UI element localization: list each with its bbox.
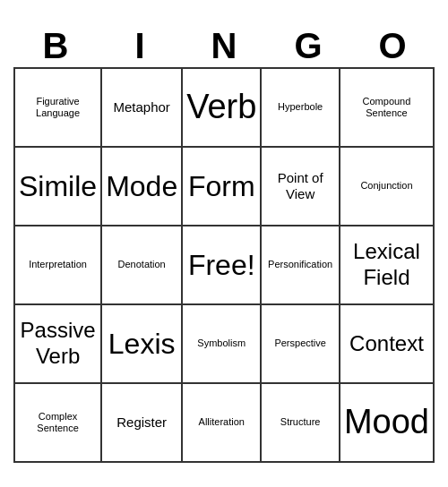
cell-text-6: Mode <box>106 169 177 203</box>
cell-text-12: Free! <box>188 248 255 282</box>
bingo-cell-20[interactable]: Complex Sentence <box>15 384 102 463</box>
bingo-cell-9[interactable]: Conjunction <box>340 148 435 226</box>
bingo-cell-8[interactable]: Point of View <box>262 148 340 226</box>
bingo-cell-13[interactable]: Personification <box>262 226 340 305</box>
cell-text-1: Metaphor <box>113 99 169 115</box>
cell-text-3: Hyperbole <box>278 101 323 113</box>
cell-text-10: Interpretation <box>29 259 87 270</box>
header-letter-n: N <box>182 24 266 67</box>
cell-text-2: Verb <box>186 87 256 128</box>
bingo-card: BINGO Figurative LanguageMetaphorVerbHyp… <box>13 24 435 463</box>
bingo-cell-23[interactable]: Structure <box>262 384 340 463</box>
bingo-cell-12[interactable]: Free! <box>183 226 262 305</box>
cell-text-20: Complex Sentence <box>19 411 97 434</box>
cell-text-22: Alliteration <box>199 416 245 428</box>
bingo-cell-16[interactable]: Lexis <box>102 305 183 384</box>
bingo-cell-4[interactable]: Compound Sentence <box>340 69 435 148</box>
bingo-cell-15[interactable]: Passive Verb <box>15 305 102 384</box>
cell-text-21: Register <box>116 414 167 431</box>
cell-text-24: Mood <box>344 402 429 443</box>
bingo-cell-11[interactable]: Denotation <box>102 226 183 305</box>
cell-text-19: Context <box>349 331 424 357</box>
cell-text-13: Personification <box>268 259 332 270</box>
cell-text-15: Passive Verb <box>19 318 97 370</box>
bingo-cell-5[interactable]: Simile <box>15 148 102 226</box>
cell-text-16: Lexis <box>108 327 176 361</box>
cell-text-23: Structure <box>280 416 321 428</box>
cell-text-0: Figurative Language <box>19 96 97 119</box>
header-letter-g: G <box>266 24 350 67</box>
bingo-cell-17[interactable]: Symbolism <box>183 305 262 384</box>
header-letter-i: I <box>98 24 182 67</box>
cell-text-7: Form <box>188 169 255 203</box>
bingo-header: BINGO <box>13 24 435 67</box>
cell-text-8: Point of View <box>265 170 335 202</box>
header-letter-b: B <box>13 24 98 67</box>
bingo-cell-24[interactable]: Mood <box>340 384 435 463</box>
bingo-cell-6[interactable]: Mode <box>102 148 183 226</box>
bingo-cell-21[interactable]: Register <box>102 384 183 463</box>
bingo-cell-22[interactable]: Alliteration <box>183 384 262 463</box>
cell-text-14: Lexical Field <box>344 239 429 291</box>
bingo-cell-19[interactable]: Context <box>340 305 435 384</box>
bingo-cell-2[interactable]: Verb <box>183 69 262 148</box>
bingo-cell-0[interactable]: Figurative Language <box>15 69 102 148</box>
bingo-cell-7[interactable]: Form <box>183 148 262 226</box>
bingo-cell-3[interactable]: Hyperbole <box>262 69 340 148</box>
cell-text-18: Perspective <box>274 337 325 349</box>
bingo-cell-10[interactable]: Interpretation <box>15 226 102 305</box>
header-letter-o: O <box>350 24 435 67</box>
bingo-grid: Figurative LanguageMetaphorVerbHyperbole… <box>13 67 435 463</box>
cell-text-11: Denotation <box>118 259 166 270</box>
cell-text-4: Compound Sentence <box>344 96 429 119</box>
bingo-cell-1[interactable]: Metaphor <box>102 69 183 148</box>
bingo-cell-18[interactable]: Perspective <box>262 305 340 384</box>
cell-text-17: Symbolism <box>197 337 246 349</box>
cell-text-9: Conjunction <box>360 180 412 192</box>
bingo-cell-14[interactable]: Lexical Field <box>340 226 435 305</box>
cell-text-5: Simile <box>19 169 97 203</box>
